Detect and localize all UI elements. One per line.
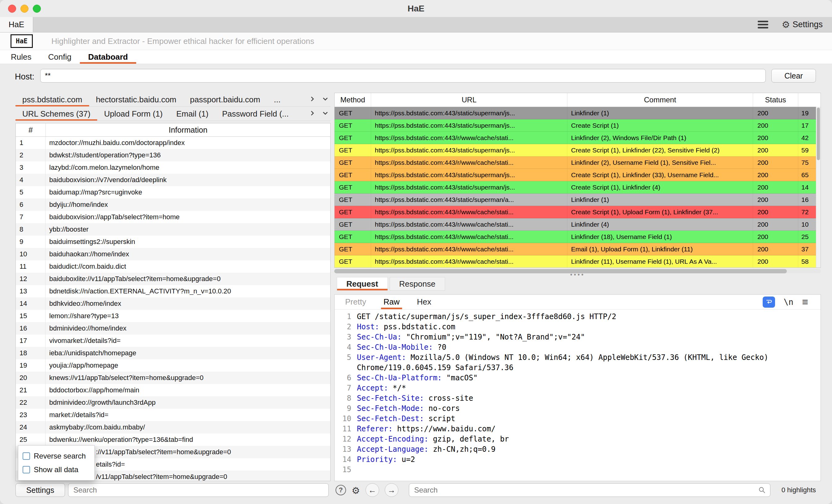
host-tab[interactable]: pss.bdstatic.com [16, 93, 89, 106]
column-header-comment[interactable]: Comment [567, 93, 753, 107]
reverse-search-checkbox[interactable] [23, 452, 30, 460]
left-search-input[interactable] [68, 483, 329, 497]
column-header-status[interactable]: Status [753, 93, 798, 107]
format-tab-hex[interactable]: Hex [414, 295, 434, 309]
row-number: 1 [16, 137, 46, 149]
wrap-lines-button[interactable] [763, 297, 775, 308]
clear-button[interactable]: Clear [771, 69, 816, 83]
chevron-right-icon[interactable] [309, 95, 316, 104]
cell-comment: Create Script (1), Linkfinder (33), User… [567, 169, 753, 181]
table-row[interactable]: 3lazybd://com.melon.lazymelon/home [16, 161, 330, 174]
http-history-row[interactable]: GEThttps://pss.bdstatic.com:443/r/www/ca… [335, 206, 821, 218]
tab-hae[interactable]: HaE [0, 17, 33, 32]
format-tab-pretty[interactable]: Pretty [343, 295, 369, 309]
table-row[interactable]: 14bdhkvideo://home/index [16, 298, 330, 310]
table-row[interactable]: 22bdminivideo://growth/launch3rdApp [16, 396, 330, 409]
http-history-row[interactable]: GEThttps://pss.bdstatic.com:443/r/www/ca… [335, 157, 821, 169]
show-newlines-button[interactable]: \n [784, 298, 793, 307]
gear-icon [782, 19, 790, 30]
table-row[interactable]: 23market://details?id= [16, 409, 330, 421]
request-raw-view[interactable]: 1GET /static/superman/js/s_super_index-3… [335, 309, 821, 481]
http-history-row[interactable]: GEThttps://pss.bdstatic.com:443/r/www/ca… [335, 255, 821, 268]
http-history-row[interactable]: GEThttps://pss.bdstatic.com:443/static/s… [335, 181, 821, 194]
reverse-search-label: Reverse search [34, 452, 86, 460]
http-history-row[interactable]: GEThttps://pss.bdstatic.com:443/static/s… [335, 107, 821, 119]
show-all-data-option[interactable]: Show all data [23, 465, 90, 474]
table-row[interactable]: 24askmybaby://com.baidu.mbaby/ [16, 421, 330, 433]
http-history-row[interactable]: GEThttps://pss.bdstatic.com:443/r/www/ca… [335, 132, 821, 144]
http-history-row[interactable]: GEThttps://pss.bdstatic.com:443/static/s… [335, 119, 821, 132]
table-row[interactable]: 12baiduboxlite://v11/appTab/select?item=… [16, 273, 330, 285]
table-row[interactable]: 5baidumap://map?src=uginvoke [16, 186, 330, 198]
table-row[interactable]: 1mzdoctor://muzhi.baidu.com/doctorapp/in… [16, 137, 330, 149]
table-row[interactable]: 6bdyiju://home/index [16, 198, 330, 211]
help-icon[interactable]: ? [336, 485, 346, 495]
table-row[interactable]: 13bdnetdisk://n/action.EXTERNAL_ACTIVITY… [16, 285, 330, 298]
settings-button[interactable]: Settings [782, 19, 823, 30]
search-prev-button[interactable] [366, 483, 379, 497]
format-tab-raw[interactable]: Raw [381, 295, 402, 309]
cell-comment: Email (1), Upload Form (1), Linkfinder (… [567, 243, 753, 255]
http-history-row[interactable]: GEThttps://pss.bdstatic.com:443/r/www/ca… [335, 243, 821, 255]
table-row[interactable]: 20knews://v11/appTab/select?item=home&up… [16, 372, 330, 384]
table-row[interactable]: 2bdwkst://student/operation?type=136 [16, 149, 330, 161]
reverse-search-option[interactable]: Reverse search [23, 452, 90, 460]
nav-tab-rules[interactable]: Rules [2, 50, 40, 64]
menu-icon[interactable] [758, 21, 768, 28]
editor-menu-icon[interactable] [802, 296, 808, 308]
http-history-row[interactable]: GEThttps://pss.bdstatic.com:443/static/s… [335, 144, 821, 157]
scrollbar-thumb[interactable] [817, 108, 820, 160]
format-row: PrettyRawHex \n [335, 295, 821, 309]
type-tab[interactable]: Password Field (... [215, 107, 295, 120]
request-line: 8Sec-Fetch-Site: cross-site [336, 393, 815, 403]
show-all-data-checkbox[interactable] [23, 466, 30, 473]
chevron-down-icon[interactable] [322, 110, 329, 118]
column-header-number[interactable]: # [16, 123, 46, 136]
http-history-row[interactable]: GEThttps://pss.bdstatic.com:443/static/s… [335, 194, 821, 206]
column-header-extra[interactable] [798, 93, 821, 107]
http-history-row[interactable]: GEThttps://pss.bdstatic.com:443/r/www/ca… [335, 231, 821, 243]
chevron-down-icon[interactable] [322, 95, 329, 104]
table-row[interactable]: 7baiduboxvision://appTab/select?item=hom… [16, 211, 330, 223]
host-tab[interactable]: hectorstatic.baidu.com [89, 93, 183, 106]
editor-settings-icon[interactable] [352, 484, 360, 496]
chevron-right-icon[interactable] [309, 110, 316, 118]
cell-comment: Create Script (1) [567, 119, 753, 132]
tab-request[interactable]: Request [337, 277, 388, 291]
table-row[interactable]: 17vivomarket://details?id= [16, 335, 330, 347]
message-tabs: RequestResponse [334, 277, 445, 291]
host-input[interactable] [40, 69, 766, 83]
table-row[interactable]: 11baidudict://com.baidu.dict [16, 260, 330, 273]
table-row[interactable]: 16bdminivideo://home/index [16, 322, 330, 335]
row-information: bdminivideo://home/index [46, 322, 330, 335]
column-header-method[interactable]: Method [335, 93, 371, 107]
type-tab[interactable]: URL Schemes (37) [16, 107, 97, 120]
table-row[interactable]: 4baiduboxvision://v7/vendor/ad/deeplink [16, 174, 330, 186]
left-settings-button[interactable]: Settings [16, 483, 65, 497]
column-header-url[interactable]: URL [371, 93, 567, 107]
vertical-scrollbar[interactable] [816, 107, 821, 268]
column-header-information[interactable]: Information [46, 125, 330, 135]
host-tabs-row: pss.bdstatic.comhectorstatic.baidu.compa… [16, 93, 331, 107]
type-tab[interactable]: Upload Form (1) [97, 107, 169, 120]
table-row[interactable]: 9baiduimsettings2://superskin [16, 235, 330, 248]
http-history-row[interactable]: GEThttps://pss.bdstatic.com:443/r/www/ca… [335, 218, 821, 231]
table-row[interactable]: 10baiduhaokan://home/index [16, 248, 330, 260]
nav-tab-databoard[interactable]: Databoard [80, 50, 136, 64]
panel-splitter-handle[interactable]: •••• [334, 272, 821, 277]
table-row[interactable]: 8ybb://booster [16, 223, 330, 235]
host-tab[interactable]: passport.baidu.com [183, 93, 267, 106]
type-tab[interactable]: Email (1) [169, 107, 215, 120]
table-row[interactable]: 25bdwenku://wenku/operation?type=136&tab… [16, 433, 330, 446]
http-history-row[interactable]: GEThttps://pss.bdstatic.com:443/static/s… [335, 169, 821, 181]
table-row[interactable]: 21bddoctorbox://app/home/main [16, 384, 330, 396]
tab-response[interactable]: Response [390, 277, 445, 291]
nav-tab-config[interactable]: Config [40, 50, 80, 64]
host-tab[interactable]: ... [267, 93, 288, 106]
editor-search-input[interactable] [409, 483, 771, 497]
table-row[interactable]: 18ieba://unidispatch/homepage [16, 347, 330, 359]
table-row[interactable]: 15lemon://share?type=13 [16, 310, 330, 322]
cell-method: GET [335, 157, 371, 169]
table-row[interactable]: 19youjia://app/homepage [16, 359, 330, 372]
search-next-button[interactable] [385, 483, 398, 497]
